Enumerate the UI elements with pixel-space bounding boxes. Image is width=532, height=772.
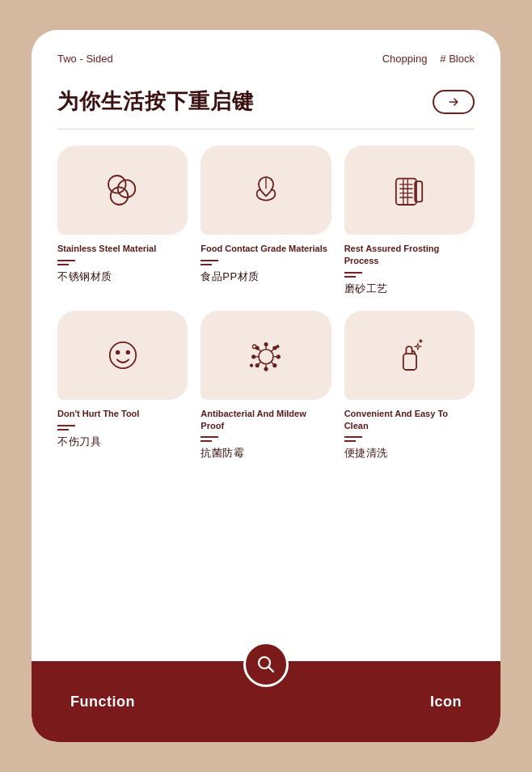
svg-point-0 [108,176,126,193]
smile-icon [101,333,145,377]
search-icon [255,654,277,675]
svg-point-13 [126,350,129,354]
svg-point-20 [252,355,255,358]
feature-subtitle-clean: 便捷清洗 [344,446,388,460]
feature-icon-antibacterial [201,311,331,400]
feature-subtitle-frost: 磨砂工艺 [344,282,388,296]
features-grid: Stainless Steel Material 不锈钢材质 [57,146,475,460]
page-title: 为你生活按下重启键 [57,87,254,116]
main-card: Two - Sided Chopping # Block 为你生活按下重启键 [32,30,500,742]
dash-frost [344,272,362,278]
card-content: Two - Sided Chopping # Block 为你生活按下重启键 [32,30,500,661]
svg-point-14 [259,349,273,363]
feature-title-stainless: Stainless Steel Material [57,243,156,255]
feature-icon-clean [344,311,475,400]
divider [57,129,475,129]
feature-icon-food [201,146,331,235]
svg-point-18 [264,367,268,371]
svg-point-26 [273,346,277,350]
svg-point-12 [116,350,120,354]
svg-point-1 [117,180,135,197]
arrow-button[interactable] [433,90,475,114]
bottom-bar: Function Icon [32,661,500,742]
feature-frost: Rest Assured Frosting Process 磨砂工艺 [344,146,475,296]
feature-antibacterial: Antibacterial And Mildew Proof 抗菌防霉 [201,311,331,461]
svg-point-30 [273,363,277,367]
label-chopping: Chopping [382,53,428,65]
feature-icon-smile [57,311,188,400]
stainless-icon [101,168,145,212]
feature-title-antibacterial: Antibacterial And Mildew Proof [201,408,331,432]
dash-food [201,260,218,265]
feature-title-frost: Rest Assured Frosting Process [344,243,475,267]
dash-antibacterial [201,436,218,442]
dash-smile [57,425,75,431]
feature-title-smile: Don't Hurt The Tool [57,408,139,420]
bottom-label-icon[interactable]: Icon [430,694,462,710]
feature-title-clean: Convenient And Easy To Clean [344,408,475,432]
search-button[interactable] [243,642,289,687]
feature-subtitle-smile: 不伤刀具 [57,435,101,449]
label-block: # Block [440,53,475,65]
svg-point-11 [109,341,135,367]
bottom-label-function[interactable]: Function [70,694,135,710]
arrow-icon [447,95,460,108]
feature-subtitle-food: 食品PP材质 [201,269,259,284]
svg-point-16 [264,342,268,346]
svg-line-36 [269,668,274,672]
svg-point-22 [277,355,280,358]
svg-point-28 [255,363,259,367]
svg-point-31 [252,345,256,349]
feature-smile: Don't Hurt The Tool 不伤刀具 [57,311,188,461]
feature-subtitle-antibacterial: 抗菌防霉 [201,446,244,460]
feature-icon-stainless [57,146,188,235]
antibacterial-icon [244,333,288,377]
label-two-sided: Two - Sided [57,53,113,65]
svg-rect-34 [403,354,416,370]
frost-icon [387,168,431,212]
svg-point-2 [110,187,128,205]
feature-icon-frost [344,146,475,235]
feature-subtitle-stainless: 不锈钢材质 [57,269,112,284]
top-labels: Two - Sided Chopping # Block [57,53,475,65]
feature-stainless: Stainless Steel Material 不锈钢材质 [57,146,188,296]
svg-point-32 [277,346,279,348]
title-row: 为你生活按下重启键 [57,87,475,116]
svg-rect-3 [396,179,416,205]
dash-stainless [57,260,75,265]
feature-clean: Convenient And Easy To Clean 便捷清洗 [344,311,475,461]
svg-point-33 [251,364,253,367]
feature-title-food: Food Contact Grade Materials [201,243,327,255]
label-right: Chopping # Block [382,53,475,65]
dash-clean [344,436,362,442]
food-icon [244,168,288,212]
clean-icon [387,333,431,377]
feature-food: Food Contact Grade Materials 食品PP材质 [201,146,331,296]
